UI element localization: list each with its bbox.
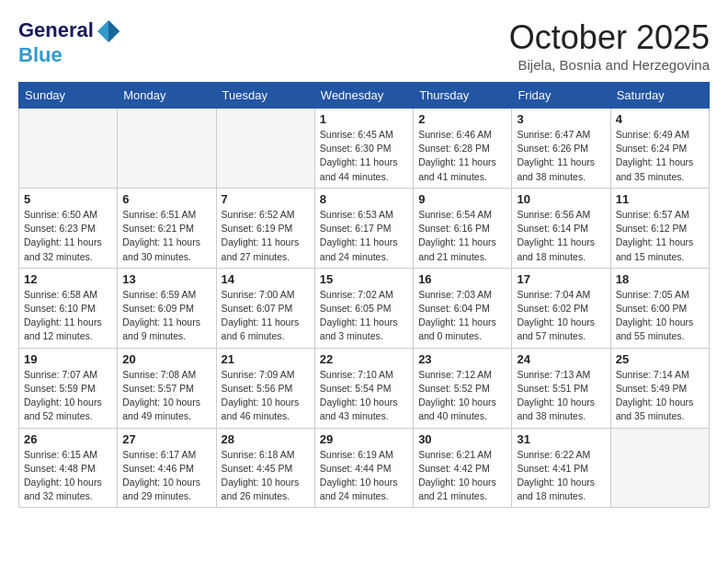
day-number: 6 xyxy=(122,192,210,206)
calendar-cell: 18Sunrise: 7:05 AMSunset: 6:00 PMDayligh… xyxy=(610,268,709,348)
day-number: 28 xyxy=(222,432,310,446)
month-title: October 2025 xyxy=(509,18,710,57)
day-number: 19 xyxy=(24,352,112,366)
calendar-cell: 4Sunrise: 6:49 AMSunset: 6:24 PMDaylight… xyxy=(610,109,709,189)
day-number: 2 xyxy=(418,112,506,126)
day-info: Sunrise: 7:04 AMSunset: 6:02 PMDaylight:… xyxy=(517,288,605,344)
day-number: 21 xyxy=(222,352,310,366)
day-info: Sunrise: 6:52 AMSunset: 6:19 PMDaylight:… xyxy=(222,208,310,264)
calendar-cell: 21Sunrise: 7:09 AMSunset: 5:56 PMDayligh… xyxy=(216,348,314,428)
calendar-cell: 2Sunrise: 6:46 AMSunset: 6:28 PMDaylight… xyxy=(414,109,512,189)
week-row-1: 1Sunrise: 6:45 AMSunset: 6:30 PMDaylight… xyxy=(19,109,710,189)
day-number: 24 xyxy=(517,352,605,366)
calendar-cell: 24Sunrise: 7:13 AMSunset: 5:51 PMDayligh… xyxy=(512,348,610,428)
week-row-2: 5Sunrise: 6:50 AMSunset: 6:23 PMDaylight… xyxy=(19,188,710,268)
day-info: Sunrise: 7:14 AMSunset: 5:49 PMDaylight:… xyxy=(616,368,704,424)
calendar-cell: 5Sunrise: 6:50 AMSunset: 6:23 PMDaylight… xyxy=(19,188,118,268)
day-number: 17 xyxy=(517,272,605,286)
calendar-cell: 8Sunrise: 6:53 AMSunset: 6:17 PMDaylight… xyxy=(314,188,413,268)
location-subtitle: Bijela, Bosnia and Herzegovina xyxy=(509,57,710,73)
day-number: 18 xyxy=(616,272,704,286)
day-info: Sunrise: 6:45 AMSunset: 6:30 PMDaylight:… xyxy=(320,128,408,184)
calendar-cell: 1Sunrise: 6:45 AMSunset: 6:30 PMDaylight… xyxy=(314,109,413,189)
calendar-cell: 29Sunrise: 6:19 AMSunset: 4:44 PMDayligh… xyxy=(314,428,413,508)
calendar-cell: 27Sunrise: 6:17 AMSunset: 4:46 PMDayligh… xyxy=(118,428,216,508)
logo-icon xyxy=(96,18,121,44)
day-number: 14 xyxy=(222,272,310,286)
day-info: Sunrise: 6:57 AMSunset: 6:12 PMDaylight:… xyxy=(616,208,704,264)
week-row-4: 19Sunrise: 7:07 AMSunset: 5:59 PMDayligh… xyxy=(19,348,710,428)
day-header-monday: Monday xyxy=(118,83,216,109)
calendar-cell: 12Sunrise: 6:58 AMSunset: 6:10 PMDayligh… xyxy=(19,268,118,348)
svg-marker-1 xyxy=(108,20,119,42)
day-number: 30 xyxy=(418,432,506,446)
day-number: 16 xyxy=(418,272,506,286)
calendar-cell: 7Sunrise: 6:52 AMSunset: 6:19 PMDaylight… xyxy=(216,188,314,268)
day-header-sunday: Sunday xyxy=(19,83,118,109)
day-info: Sunrise: 6:49 AMSunset: 6:24 PMDaylight:… xyxy=(616,128,704,184)
calendar-cell: 17Sunrise: 7:04 AMSunset: 6:02 PMDayligh… xyxy=(512,268,610,348)
day-number: 4 xyxy=(616,112,704,126)
day-info: Sunrise: 6:46 AMSunset: 6:28 PMDaylight:… xyxy=(418,128,506,184)
day-header-wednesday: Wednesday xyxy=(314,83,413,109)
day-number: 29 xyxy=(320,432,408,446)
week-row-3: 12Sunrise: 6:58 AMSunset: 6:10 PMDayligh… xyxy=(19,268,710,348)
calendar-cell: 25Sunrise: 7:14 AMSunset: 5:49 PMDayligh… xyxy=(610,348,709,428)
day-info: Sunrise: 7:02 AMSunset: 6:05 PMDaylight:… xyxy=(320,288,408,344)
calendar-cell xyxy=(216,109,314,189)
calendar-cell: 15Sunrise: 7:02 AMSunset: 6:05 PMDayligh… xyxy=(314,268,413,348)
calendar-cell: 3Sunrise: 6:47 AMSunset: 6:26 PMDaylight… xyxy=(512,109,610,189)
day-info: Sunrise: 7:07 AMSunset: 5:59 PMDaylight:… xyxy=(24,368,112,424)
day-number: 7 xyxy=(222,192,310,206)
calendar-cell: 30Sunrise: 6:21 AMSunset: 4:42 PMDayligh… xyxy=(414,428,512,508)
day-info: Sunrise: 6:22 AMSunset: 4:41 PMDaylight:… xyxy=(517,448,605,504)
day-headers-row: SundayMondayTuesdayWednesdayThursdayFrid… xyxy=(19,83,710,109)
day-number: 22 xyxy=(320,352,408,366)
day-info: Sunrise: 6:54 AMSunset: 6:16 PMDaylight:… xyxy=(418,208,506,264)
calendar-cell: 11Sunrise: 6:57 AMSunset: 6:12 PMDayligh… xyxy=(610,188,709,268)
calendar-cell: 22Sunrise: 7:10 AMSunset: 5:54 PMDayligh… xyxy=(314,348,413,428)
day-info: Sunrise: 7:03 AMSunset: 6:04 PMDaylight:… xyxy=(418,288,506,344)
day-header-thursday: Thursday xyxy=(414,83,512,109)
calendar-cell: 20Sunrise: 7:08 AMSunset: 5:57 PMDayligh… xyxy=(118,348,216,428)
day-info: Sunrise: 6:47 AMSunset: 6:26 PMDaylight:… xyxy=(517,128,605,184)
day-number: 10 xyxy=(517,192,605,206)
calendar-cell: 6Sunrise: 6:51 AMSunset: 6:21 PMDaylight… xyxy=(118,188,216,268)
logo: General Blue xyxy=(18,18,121,66)
calendar-cell: 26Sunrise: 6:15 AMSunset: 4:48 PMDayligh… xyxy=(19,428,118,508)
calendar-cell: 10Sunrise: 6:56 AMSunset: 6:14 PMDayligh… xyxy=(512,188,610,268)
title-area: October 2025 Bijela, Bosnia and Herzegov… xyxy=(509,18,710,73)
day-number: 11 xyxy=(616,192,704,206)
calendar-cell: 31Sunrise: 6:22 AMSunset: 4:41 PMDayligh… xyxy=(512,428,610,508)
calendar-cell: 19Sunrise: 7:07 AMSunset: 5:59 PMDayligh… xyxy=(19,348,118,428)
day-info: Sunrise: 6:51 AMSunset: 6:21 PMDaylight:… xyxy=(122,208,210,264)
day-info: Sunrise: 7:08 AMSunset: 5:57 PMDaylight:… xyxy=(122,368,210,424)
day-info: Sunrise: 6:21 AMSunset: 4:42 PMDaylight:… xyxy=(418,448,506,504)
calendar-cell: 9Sunrise: 6:54 AMSunset: 6:16 PMDaylight… xyxy=(414,188,512,268)
calendar-cell xyxy=(118,109,216,189)
day-info: Sunrise: 6:50 AMSunset: 6:23 PMDaylight:… xyxy=(24,208,112,264)
day-info: Sunrise: 6:53 AMSunset: 6:17 PMDaylight:… xyxy=(320,208,408,264)
day-header-tuesday: Tuesday xyxy=(216,83,314,109)
page-header: General Blue October 2025 Bijela, Bosnia… xyxy=(18,18,710,73)
calendar-cell: 13Sunrise: 6:59 AMSunset: 6:09 PMDayligh… xyxy=(118,268,216,348)
day-number: 25 xyxy=(616,352,704,366)
day-header-friday: Friday xyxy=(512,83,610,109)
calendar-table: SundayMondayTuesdayWednesdayThursdayFrid… xyxy=(18,82,710,508)
day-info: Sunrise: 6:59 AMSunset: 6:09 PMDaylight:… xyxy=(122,288,210,344)
day-info: Sunrise: 6:58 AMSunset: 6:10 PMDaylight:… xyxy=(24,288,112,344)
calendar-cell: 23Sunrise: 7:12 AMSunset: 5:52 PMDayligh… xyxy=(414,348,512,428)
calendar-cell xyxy=(610,428,709,508)
day-info: Sunrise: 6:18 AMSunset: 4:45 PMDaylight:… xyxy=(222,448,310,504)
day-number: 13 xyxy=(122,272,210,286)
day-info: Sunrise: 6:56 AMSunset: 6:14 PMDaylight:… xyxy=(517,208,605,264)
day-number: 5 xyxy=(24,192,112,206)
calendar-cell: 14Sunrise: 7:00 AMSunset: 6:07 PMDayligh… xyxy=(216,268,314,348)
day-info: Sunrise: 7:00 AMSunset: 6:07 PMDaylight:… xyxy=(222,288,310,344)
calendar-cell xyxy=(19,109,118,189)
day-info: Sunrise: 6:15 AMSunset: 4:48 PMDaylight:… xyxy=(24,448,112,504)
calendar-cell: 16Sunrise: 7:03 AMSunset: 6:04 PMDayligh… xyxy=(414,268,512,348)
day-info: Sunrise: 7:09 AMSunset: 5:56 PMDaylight:… xyxy=(222,368,310,424)
logo-text: General xyxy=(18,18,121,44)
day-number: 15 xyxy=(320,272,408,286)
